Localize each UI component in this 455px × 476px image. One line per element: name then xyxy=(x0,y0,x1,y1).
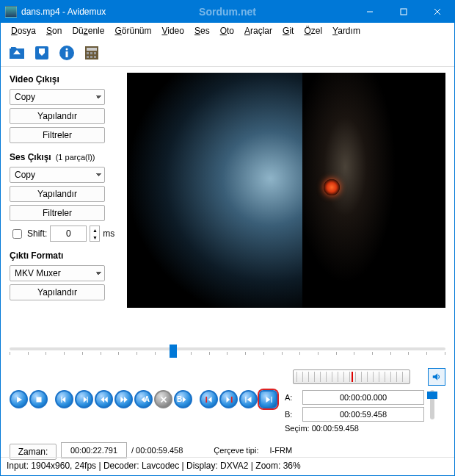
svg-point-10 xyxy=(66,48,68,50)
menubar: Dosya Son Düzenle Görünüm Video Ses Oto … xyxy=(1,23,454,39)
svg-marker-28 xyxy=(104,396,108,402)
next-keyframe-button[interactable] xyxy=(114,390,133,408)
prev-cut-button[interactable] xyxy=(200,390,218,408)
svg-marker-21 xyxy=(17,396,22,402)
close-button[interactable] xyxy=(421,1,454,23)
output-format-title: Çıktı Formatı xyxy=(10,250,115,261)
speaker-icon[interactable] xyxy=(428,368,445,386)
menu-son[interactable]: Son xyxy=(42,25,66,37)
marker-b-value: 00:00:59.458 xyxy=(302,407,424,422)
frametype-value: I-FRM xyxy=(270,446,293,455)
svg-rect-24 xyxy=(61,396,62,402)
maximize-button[interactable] xyxy=(387,1,421,23)
time-input[interactable] xyxy=(61,442,127,458)
svg-rect-18 xyxy=(90,56,92,58)
svg-marker-40 xyxy=(247,396,251,402)
svg-marker-27 xyxy=(101,396,104,402)
svg-marker-5 xyxy=(11,47,17,48)
svg-rect-13 xyxy=(87,48,97,51)
play-button[interactable] xyxy=(10,390,28,408)
selection-label: Seçim: xyxy=(285,424,310,433)
left-panel: Video Çıkışı Copy Yapılandır Filtreler S… xyxy=(1,67,121,339)
svg-rect-16 xyxy=(94,52,96,54)
audio-codec-select[interactable]: Copy xyxy=(10,167,105,183)
svg-rect-11 xyxy=(66,51,68,57)
shift-checkbox[interactable] xyxy=(12,229,22,239)
svg-rect-39 xyxy=(245,396,246,402)
audio-filters-button[interactable]: Filtreler xyxy=(10,205,105,221)
svg-marker-23 xyxy=(62,396,65,402)
shift-spinner[interactable]: ▲▼ xyxy=(90,226,100,242)
marker-a-label: A: xyxy=(285,393,302,402)
svg-rect-15 xyxy=(90,52,92,54)
timeline-slider[interactable] xyxy=(10,343,445,362)
video-preview xyxy=(127,73,445,308)
menu-araclar[interactable]: Araçlar xyxy=(240,25,277,37)
stop-button[interactable] xyxy=(29,390,48,408)
shift-input[interactable] xyxy=(50,226,87,242)
svg-marker-29 xyxy=(120,396,124,402)
time-total: / 00:00:59.458 xyxy=(131,446,183,455)
watermark: Sordum.net xyxy=(199,6,256,18)
svg-rect-38 xyxy=(230,396,232,402)
calculator-icon[interactable] xyxy=(81,43,102,63)
video-output-title: Video Çıkışı xyxy=(10,74,115,84)
prev-frame-button[interactable] xyxy=(55,390,73,408)
svg-rect-42 xyxy=(271,396,272,402)
audio-configure-button[interactable]: Yapılandır xyxy=(10,186,105,202)
set-marker-a-button[interactable]: A xyxy=(134,390,153,408)
menu-video[interactable]: Video xyxy=(157,25,188,37)
menu-git[interactable]: Git xyxy=(278,25,298,37)
set-marker-b-button[interactable]: B xyxy=(174,390,192,408)
video-configure-button[interactable]: Yapılandır xyxy=(10,108,105,124)
next-cut-button[interactable] xyxy=(219,390,238,408)
svg-rect-14 xyxy=(87,52,89,54)
audio-tracks-label: (1 parça(l)) xyxy=(56,153,95,162)
menu-ozel[interactable]: Özel xyxy=(299,25,327,37)
go-to-end-button[interactable] xyxy=(259,390,277,408)
go-to-start-button[interactable] xyxy=(239,390,258,408)
audio-output-title: Ses Çıkışı xyxy=(10,152,51,162)
prev-keyframe-button[interactable] xyxy=(95,390,113,408)
svg-rect-35 xyxy=(205,396,207,402)
menu-gorunum[interactable]: Görünüm xyxy=(110,25,156,37)
muxer-select[interactable]: MKV Muxer xyxy=(10,265,105,281)
muxer-configure-button[interactable]: Yapılandır xyxy=(10,284,105,300)
toolbar xyxy=(1,39,454,67)
info-icon[interactable] xyxy=(57,43,77,63)
statusbar: Input: 1904x960, 24fps | Decoder: Lavcod… xyxy=(1,457,454,476)
svg-marker-30 xyxy=(124,396,128,402)
svg-marker-34 xyxy=(182,396,186,402)
open-icon[interactable] xyxy=(7,43,27,63)
menu-ses[interactable]: Ses xyxy=(190,25,214,37)
svg-rect-1 xyxy=(401,9,407,15)
selection-value: 00:00:59.458 xyxy=(312,424,359,433)
svg-marker-25 xyxy=(83,396,87,402)
menu-duzenle[interactable]: Düzenle xyxy=(68,25,109,37)
timeline-thumb[interactable] xyxy=(170,345,177,358)
window-title: dans.mp4 - Avidemux xyxy=(21,7,106,17)
svg-marker-36 xyxy=(208,396,211,402)
svg-marker-37 xyxy=(226,396,230,402)
minimize-button[interactable] xyxy=(353,1,387,23)
marker-a-value: 00:00:00.000 xyxy=(302,390,424,405)
menu-yardim[interactable]: Yardım xyxy=(328,25,365,37)
menu-dosya[interactable]: Dosya xyxy=(7,25,40,37)
shift-unit: ms xyxy=(103,228,114,239)
save-icon[interactable] xyxy=(32,43,52,63)
svg-rect-26 xyxy=(87,396,87,402)
volume-slider[interactable] xyxy=(430,390,434,419)
menu-oto[interactable]: Oto xyxy=(216,25,239,37)
svg-rect-22 xyxy=(36,397,41,402)
video-filters-button[interactable]: Filtreler xyxy=(10,127,105,143)
next-frame-button[interactable] xyxy=(75,390,93,408)
jog-wheel[interactable] xyxy=(293,369,410,384)
titlebar: dans.mp4 - Avidemux Sordum.net xyxy=(1,1,454,23)
marker-b-label: B: xyxy=(285,410,302,419)
cyborg-eye xyxy=(324,179,340,195)
svg-rect-17 xyxy=(87,56,89,58)
delete-selection-button[interactable] xyxy=(154,390,172,408)
svg-rect-19 xyxy=(94,56,96,58)
svg-marker-20 xyxy=(433,373,437,380)
video-codec-select[interactable]: Copy xyxy=(10,89,105,105)
